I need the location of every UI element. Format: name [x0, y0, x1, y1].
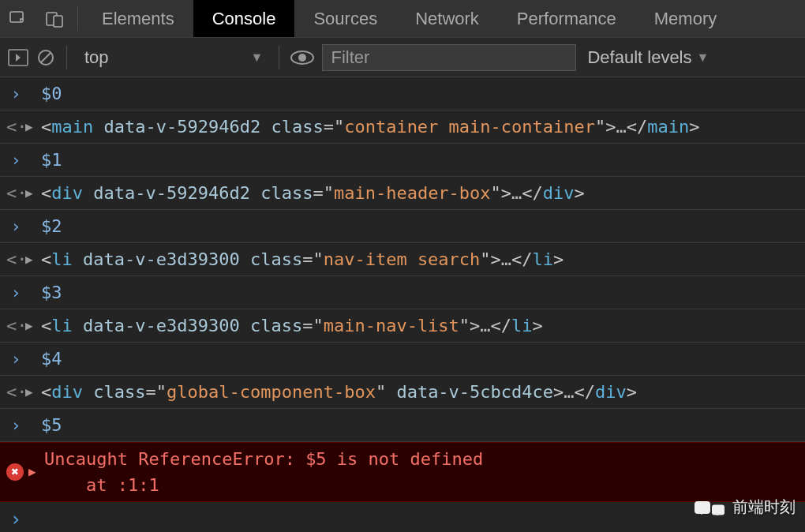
expand-triangle-icon[interactable]: ▶	[25, 317, 41, 335]
console-expression: $4	[41, 346, 62, 372]
console-prompt[interactable]: ›	[0, 502, 805, 532]
chat-bubble-icon	[712, 504, 724, 515]
input-chevron-icon: ›	[6, 213, 25, 239]
input-chevron-icon: ›	[6, 412, 25, 438]
console-value: <li data-v-e3d39300 class="main-nav-list…	[41, 313, 543, 339]
input-chevron-icon: ›	[6, 505, 25, 532]
toggle-sidebar-icon[interactable]	[8, 49, 28, 66]
console-input-line[interactable]: ›$1	[0, 144, 805, 177]
input-chevron-icon: ›	[6, 147, 25, 173]
console-input-line[interactable]: ›$4	[0, 343, 805, 376]
tab-performance[interactable]: Performance	[498, 0, 635, 37]
devtools-tabstrip: Elements Console Sources Network Perform…	[0, 0, 805, 38]
live-expression-icon[interactable]	[290, 49, 314, 66]
console-expression: $0	[41, 81, 62, 107]
console-input-line[interactable]: ›$0	[0, 77, 805, 111]
output-chevron-icon: <·	[6, 313, 25, 339]
console-expression: $1	[41, 147, 62, 173]
console-output-line[interactable]: <·▶<div data-v-592946d2 class="main-head…	[0, 177, 805, 210]
console-output-line[interactable]: <·▶<main data-v-592946d2 class="containe…	[0, 111, 805, 144]
chevron-down-icon: ▼	[697, 51, 710, 65]
console-value: <div class="global-component-box" data-v…	[41, 379, 637, 405]
watermark-text: 前端时刻	[732, 496, 796, 518]
output-chevron-icon: <·	[6, 180, 25, 206]
console-expression: $2	[41, 213, 62, 239]
expand-triangle-icon[interactable]: ▶	[25, 184, 41, 203]
error-message: Uncaught ReferenceError: $5 is not defin…	[44, 446, 483, 498]
error-icon: ✖	[6, 463, 24, 481]
watermark: 前端时刻	[695, 496, 796, 518]
log-levels-selector[interactable]: Default levels ▼	[587, 47, 709, 68]
clear-console-icon[interactable]	[36, 48, 55, 67]
console-output-line[interactable]: <·▶<div class="global-component-box" dat…	[0, 376, 805, 409]
divider	[279, 46, 279, 69]
divider	[77, 6, 78, 31]
filter-placeholder: Filter	[331, 47, 369, 68]
chat-bubble-icon	[695, 501, 710, 514]
tab-elements[interactable]: Elements	[83, 0, 193, 37]
divider	[66, 46, 67, 69]
expand-triangle-icon[interactable]: ▶	[25, 250, 41, 269]
filter-input[interactable]: Filter	[322, 44, 576, 71]
console-expression: $3	[41, 279, 62, 305]
input-chevron-icon: ›	[6, 279, 25, 305]
console-toolbar: top ▼ Filter Default levels ▼	[0, 38, 805, 77]
console-input-line[interactable]: ›$2	[0, 210, 805, 243]
console-output-line[interactable]: <·▶<li data-v-e3d39300 class="nav-item s…	[0, 243, 805, 276]
console-expression: $5	[41, 412, 62, 438]
expand-triangle-icon[interactable]: ▶	[25, 118, 41, 137]
console-input-line[interactable]: ›$5	[0, 409, 805, 442]
tab-memory[interactable]: Memory	[635, 0, 736, 37]
tab-network[interactable]: Network	[396, 0, 498, 37]
console-error-line[interactable]: ✖▶Uncaught ReferenceError: $5 is not def…	[0, 442, 805, 502]
svg-rect-2	[54, 16, 62, 27]
expand-triangle-icon[interactable]: ▶	[25, 383, 41, 402]
chevron-down-icon: ▼	[251, 51, 264, 65]
output-chevron-icon: <·	[6, 379, 25, 405]
input-chevron-icon: ›	[6, 346, 25, 372]
console-output: ›$0<·▶<main data-v-592946d2 class="conta…	[0, 77, 805, 532]
output-chevron-icon: <·	[6, 246, 25, 272]
output-chevron-icon: <·	[6, 114, 25, 140]
tab-sources[interactable]: Sources	[294, 0, 396, 37]
console-value: <li data-v-e3d39300 class="nav-item sear…	[41, 246, 564, 272]
console-value: <main data-v-592946d2 class="container m…	[41, 114, 700, 140]
expand-triangle-icon[interactable]: ▶	[28, 463, 44, 481]
context-label: top	[84, 47, 109, 68]
input-chevron-icon: ›	[6, 81, 25, 107]
console-value: <div data-v-592946d2 class="main-header-…	[41, 180, 585, 206]
console-output-line[interactable]: <·▶<li data-v-e3d39300 class="main-nav-l…	[0, 309, 805, 343]
svg-line-5	[41, 53, 51, 62]
context-selector[interactable]: top ▼	[78, 47, 268, 68]
device-toolbar-icon[interactable]	[36, 0, 73, 37]
inspect-element-icon[interactable]	[0, 0, 36, 37]
tab-console[interactable]: Console	[193, 0, 295, 37]
levels-label: Default levels	[587, 47, 691, 68]
console-input-line[interactable]: ›$3	[0, 276, 805, 309]
svg-point-7	[298, 54, 306, 62]
